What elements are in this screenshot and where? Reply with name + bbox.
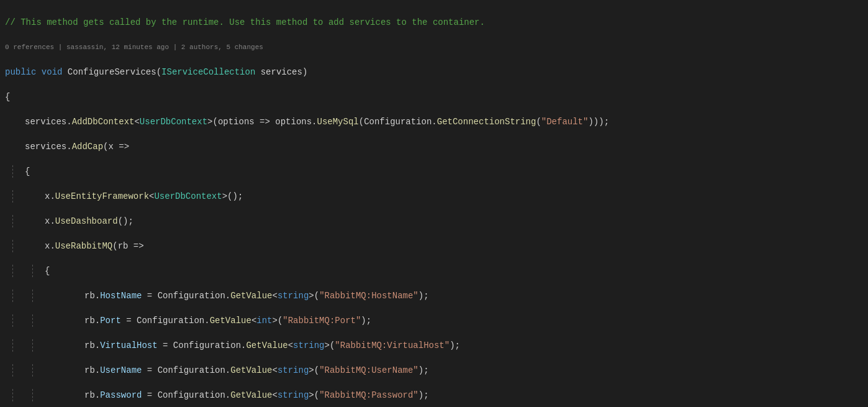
code-container: // This method gets called by the runtim… bbox=[0, 0, 868, 407]
brace-open-3: { bbox=[0, 265, 868, 277]
password-line: rb.Password = Configuration.GetValue<str… bbox=[0, 389, 868, 401]
useentityframework-line: x.UseEntityFramework<UserDbContext>(); bbox=[0, 190, 868, 203]
comment-line: // This method gets called by the runtim… bbox=[0, 16, 868, 29]
userabbitmq-line: x.UseRabbitMQ(rb => bbox=[0, 240, 868, 252]
brace-open-2: { bbox=[0, 165, 868, 178]
signature-line: public void ConfigureServices(IServiceCo… bbox=[0, 66, 868, 78]
port-line: rb.Port = Configuration.GetValue<int>("R… bbox=[0, 314, 868, 327]
code-editor: // This method gets called by the runtim… bbox=[0, 0, 868, 407]
usedashboard-line: x.UseDashboard(); bbox=[0, 215, 868, 227]
meta-line: 0 references | sassassin, 12 minutes ago… bbox=[0, 41, 868, 53]
brace-open-1: { bbox=[0, 91, 868, 103]
virtualhost-line: rb.VirtualHost = Configuration.GetValue<… bbox=[0, 339, 868, 352]
hostname-line: rb.HostName = Configuration.GetValue<str… bbox=[0, 290, 868, 302]
username-line: rb.UserName = Configuration.GetValue<str… bbox=[0, 364, 868, 377]
addcap-line: services.AddCap(x => bbox=[0, 140, 868, 153]
adddbcontext-line: services.AddDbContext<UserDbContext>(opt… bbox=[0, 116, 868, 128]
